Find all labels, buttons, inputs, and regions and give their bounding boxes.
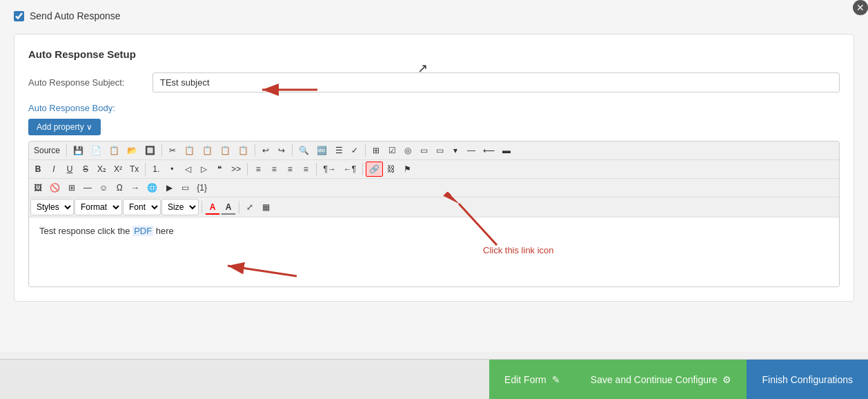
indent-btn[interactable]: ▷ — [196, 162, 211, 177]
toolbar-row-2: B I U S X₂ X² Tx 1. • ◁ ▷ ❝ >> ≡ ≡ ≡ ≡ — [29, 160, 839, 179]
editor-text-suffix: here — [153, 226, 174, 236]
send-auto-response-checkbox[interactable] — [14, 11, 24, 21]
find-btn[interactable]: 🔍 — [295, 143, 313, 158]
bold-btn[interactable]: B — [30, 162, 46, 177]
copy-btn[interactable]: 📋 — [181, 143, 198, 158]
redo-btn[interactable]: ↪ — [274, 143, 289, 158]
select-btn[interactable]: ▾ — [448, 143, 463, 158]
flash-btn[interactable]: ▬ — [499, 143, 514, 158]
selectall-btn[interactable]: ☰ — [331, 143, 346, 158]
editor-body[interactable]: Test response click the PDF here — [29, 217, 839, 286]
placeholder-btn[interactable]: {1} — [193, 180, 210, 195]
format-select[interactable]: Format — [75, 199, 122, 215]
justifycenter-btn[interactable]: ≡ — [266, 162, 282, 177]
sep8 — [316, 163, 317, 175]
sep6 — [145, 163, 146, 175]
preview-btn[interactable]: 🔲 — [141, 143, 159, 158]
textfield-btn[interactable]: ▭ — [416, 143, 431, 158]
font-select[interactable]: Font — [123, 199, 161, 215]
radio-btn[interactable]: ◎ — [400, 143, 415, 158]
send-auto-response-label: Send Auto Response — [30, 10, 121, 21]
templates-btn[interactable]: 📋 — [106, 143, 123, 158]
removeformat-btn[interactable]: Tx — [126, 162, 142, 177]
source-button[interactable]: Source — [30, 143, 63, 158]
directionrtl-btn[interactable]: ←¶ — [340, 162, 359, 177]
unlink-btn[interactable]: ⛓ — [384, 162, 399, 177]
checkbox-btn[interactable]: ☑ — [384, 143, 400, 158]
anchor-btn[interactable]: ⚑ — [400, 162, 415, 177]
cut-btn[interactable]: ✂ — [165, 143, 180, 158]
specialchar-btn[interactable]: Ω — [112, 180, 127, 195]
pagebreak-btn[interactable]: → — [128, 180, 143, 195]
body-label: Auto Response Body: — [28, 103, 840, 113]
save-icon-btn[interactable]: 💾 — [70, 143, 87, 158]
finish-configurations-button[interactable]: Finish Configurations — [747, 360, 868, 400]
media-btn[interactable]: ▶ — [161, 180, 177, 195]
send-auto-response-row: Send Auto Response — [14, 10, 854, 21]
underline-btn[interactable]: U — [62, 162, 77, 177]
image-insert-btn[interactable]: 🖼 — [30, 180, 46, 195]
save-continue-icon: ⚙ — [722, 374, 731, 385]
unorderedlist-btn[interactable]: • — [164, 162, 179, 177]
editor-container: Source 💾 📄 📋 📂 🔲 ✂ 📋 📋 📋 📋 ↩ ↪ 🔍 🔤 — [28, 141, 840, 287]
link-btn[interactable]: 🔗 — [366, 162, 383, 177]
table-btn[interactable]: ⊞ — [368, 143, 384, 158]
finish-label: Finish Configurations — [762, 374, 853, 385]
open-btn[interactable]: 📂 — [124, 143, 141, 158]
justifyleft-btn[interactable]: ≡ — [250, 162, 266, 177]
spell-btn[interactable]: ✓ — [347, 143, 362, 158]
undo-btn[interactable]: ↩ — [258, 143, 273, 158]
bgcolor-btn[interactable]: A — [221, 200, 236, 215]
flash-insert-btn[interactable]: 🚫 — [46, 180, 63, 195]
orderedlist-btn[interactable]: 1. — [148, 162, 164, 177]
italic-btn[interactable]: I — [46, 162, 61, 177]
justifyright-btn[interactable]: ≡ — [282, 162, 297, 177]
strikethrough-btn[interactable]: S — [78, 162, 93, 177]
paste-btn[interactable]: 📋 — [199, 143, 216, 158]
maximize-btn[interactable]: ⤢ — [242, 200, 257, 215]
size-select[interactable]: Size — [161, 199, 199, 215]
justifyblock-btn[interactable]: ≡ — [298, 162, 313, 177]
paste-text-btn[interactable]: 📋 — [217, 143, 234, 158]
replace-btn[interactable]: 🔤 — [313, 143, 331, 158]
sep9 — [362, 163, 363, 175]
directionltr-btn[interactable]: ¶→ — [319, 162, 339, 177]
edit-form-icon: ✎ — [552, 374, 560, 385]
sep1 — [66, 144, 67, 157]
button-btn[interactable]: — — [464, 143, 479, 158]
hline-btn[interactable]: — — [80, 180, 95, 195]
paste-word-btn[interactable]: 📋 — [235, 143, 252, 158]
save-continue-label: Save and Continue Configure — [591, 374, 718, 385]
sep5 — [365, 144, 366, 157]
styles-select[interactable]: Styles — [30, 199, 74, 215]
image-btn2[interactable]: ⟵ — [480, 143, 498, 158]
close-button[interactable]: ✕ — [853, 0, 868, 15]
superscript-btn[interactable]: X² — [110, 162, 126, 177]
toolbar-row-4: Styles Format Font Size A A ⤢ ▦ — [29, 197, 839, 217]
click-link-annotation: Click this link icon — [483, 245, 554, 255]
toolbar-row-3: 🖼 🚫 ⊞ — ☺ Ω → 🌐 ▶ ▭ {1} — [29, 179, 839, 197]
subject-input[interactable] — [152, 72, 840, 93]
sep4 — [292, 144, 293, 157]
subscript-btn[interactable]: X₂ — [94, 162, 110, 177]
new-doc-btn[interactable]: 📄 — [88, 143, 105, 158]
editor-text-prefix: Test response click the — [39, 226, 132, 236]
table-insert-btn[interactable]: ⊞ — [64, 180, 79, 195]
pdf-link[interactable]: PDF — [132, 226, 153, 236]
save-continue-button[interactable]: Save and Continue Configure ⚙ — [575, 360, 747, 400]
subject-row: Auto Response Subject: — [28, 72, 840, 93]
creatediv-btn[interactable]: >> — [228, 162, 244, 177]
templates2-btn[interactable]: ▭ — [177, 180, 193, 195]
footer-bar: Edit Form ✎ Save and Continue Configure … — [0, 359, 868, 399]
iframe-btn[interactable]: 🌐 — [144, 180, 161, 195]
edit-form-label: Edit Form — [504, 374, 546, 385]
outdent-btn[interactable]: ◁ — [180, 162, 195, 177]
smiley-btn[interactable]: ☺ — [96, 180, 111, 195]
blockquote-btn[interactable]: ❝ — [212, 162, 227, 177]
edit-form-button[interactable]: Edit Form ✎ — [489, 360, 575, 400]
showblocks-btn[interactable]: ▦ — [258, 200, 273, 215]
sep10 — [201, 201, 202, 213]
textarea-btn[interactable]: ▭ — [432, 143, 447, 158]
textcolor-btn[interactable]: A — [205, 200, 220, 215]
add-property-button[interactable]: Add property ∨ — [28, 119, 101, 135]
